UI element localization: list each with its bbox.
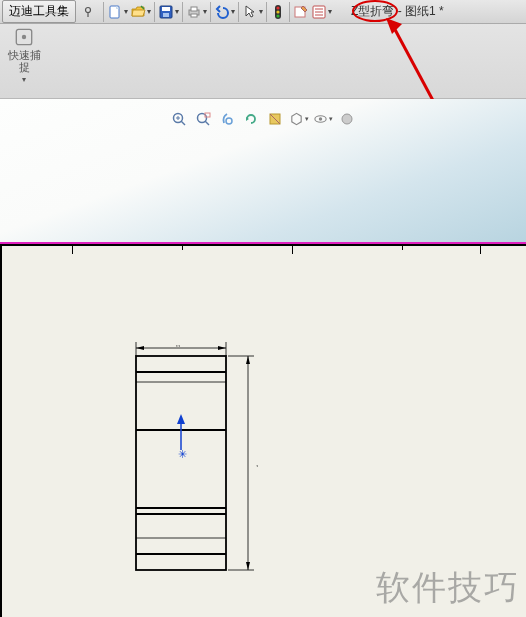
open-button[interactable]: ▾: [129, 1, 152, 23]
quick-snap-label: 快速捕捉: [8, 49, 41, 73]
view-rotate-button[interactable]: [241, 109, 261, 129]
svg-rect-7: [191, 7, 197, 11]
separator: [103, 2, 104, 22]
zoom-area-button[interactable]: [193, 109, 213, 129]
svg-point-11: [276, 10, 279, 13]
svg-point-21: [22, 35, 26, 39]
view-prev-button[interactable]: [217, 109, 237, 129]
display-style-button[interactable]: ▾: [289, 109, 309, 129]
svg-marker-45: [246, 562, 250, 570]
separator: [289, 2, 290, 22]
section-view-button[interactable]: [265, 109, 285, 129]
apply-scene-button[interactable]: [337, 109, 357, 129]
svg-point-34: [342, 114, 352, 124]
svg-marker-39: [218, 346, 226, 350]
svg-text:,,: ,,: [176, 342, 180, 348]
svg-point-29: [226, 118, 232, 124]
save-button[interactable]: ▾: [157, 1, 180, 23]
separator: [210, 2, 211, 22]
separator: [154, 2, 155, 22]
separator: [266, 2, 267, 22]
properties-button[interactable]: [292, 1, 310, 23]
quick-snap-button[interactable]: 快速捕捉 ▾: [4, 26, 44, 84]
hide-show-button[interactable]: ▾: [313, 109, 333, 129]
pin-icon[interactable]: [79, 3, 97, 21]
svg-point-10: [276, 6, 279, 9]
separator: [182, 2, 183, 22]
svg-text:,: ,: [256, 459, 258, 468]
zoom-fit-button[interactable]: [169, 109, 189, 129]
ribbon-bar: 快速捕捉 ▾: [0, 24, 526, 99]
svg-point-12: [276, 14, 279, 17]
background-gradient: ▾ ▾: [0, 99, 526, 244]
svg-line-23: [181, 121, 185, 125]
svg-point-0: [86, 7, 91, 12]
options-button[interactable]: ▾: [310, 1, 333, 23]
print-button[interactable]: ▾: [185, 1, 208, 23]
svg-text:✳: ✳: [178, 448, 187, 460]
origin-marker: ✳: [177, 414, 187, 460]
watermark-text: 软件技巧: [376, 565, 520, 611]
svg-marker-56: [177, 414, 185, 424]
select-button[interactable]: ▾: [241, 1, 264, 23]
new-doc-button[interactable]: ▾: [106, 1, 129, 23]
view-toolbar: ▾ ▾: [169, 109, 357, 129]
svg-line-27: [205, 121, 209, 125]
rebuild-button[interactable]: [269, 1, 287, 23]
svg-rect-5: [163, 13, 169, 17]
drawing-sheet[interactable]: ,, , ✳ 软件技巧: [0, 244, 526, 617]
svg-rect-4: [162, 7, 170, 11]
undo-button[interactable]: ▾: [213, 1, 236, 23]
svg-rect-8: [191, 14, 197, 17]
top-toolbar: 迈迪工具集 ▾ ▾ ▾ ▾ ▾ ▾ ▾ Z型折弯 - 图纸1 *: [0, 0, 526, 24]
svg-marker-44: [246, 356, 250, 364]
svg-marker-38: [136, 346, 144, 350]
drawing-view[interactable]: ,, , ✳: [128, 342, 298, 592]
quick-snap-dropdown-icon: ▾: [22, 75, 26, 84]
svg-point-33: [319, 117, 322, 120]
plugin-menu-button[interactable]: 迈迪工具集: [2, 0, 76, 23]
ruler-horizontal: [2, 246, 526, 258]
document-title: Z型折弯 - 图纸1 *: [351, 3, 444, 20]
separator: [238, 2, 239, 22]
